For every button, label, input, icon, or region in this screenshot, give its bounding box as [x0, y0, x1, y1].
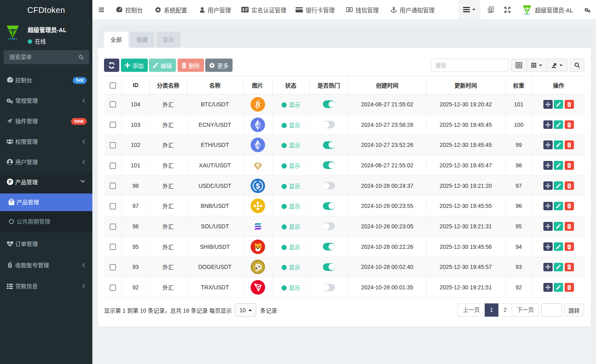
svg-text:TITANFX: TITANFX — [524, 13, 531, 14]
svg-text:$: $ — [255, 181, 260, 190]
svg-text:B: B — [8, 262, 12, 268]
svg-text:P: P — [8, 179, 11, 184]
svg-text:TITANFX: TITANFX — [8, 38, 17, 40]
